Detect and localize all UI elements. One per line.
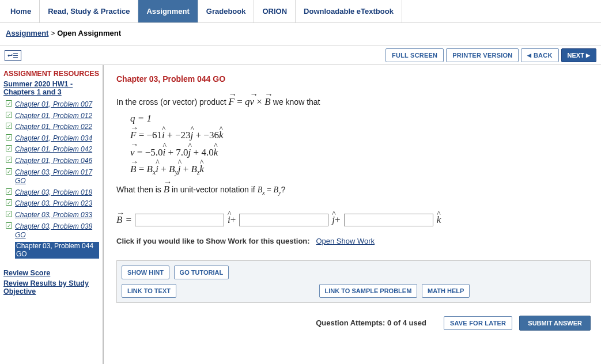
nav-etextbook[interactable]: Downloadable eTextbook xyxy=(296,0,402,22)
check-icon: ✓ xyxy=(6,211,12,217)
nav-assignment[interactable]: Assignment xyxy=(138,0,198,22)
next-button[interactable]: NEXT ▶ xyxy=(561,48,596,62)
problem-title: Chapter 03, Problem 044 GO xyxy=(116,74,591,84)
problem-link[interactable]: Chapter 01, Problem 007 xyxy=(15,100,92,108)
problem-item: ✓Chapter 03, Problem 023 xyxy=(3,198,99,209)
math-help-button[interactable]: MATH HELP xyxy=(422,284,470,298)
problem-item: ✓Chapter 01, Problem 034 xyxy=(3,132,99,144)
breadcrumb-current: Open Assignment xyxy=(57,29,121,37)
problem-link[interactable]: Chapter 01, Problem 022 xyxy=(15,123,92,131)
problem-link[interactable]: Chapter 01, Problem 042 xyxy=(15,145,92,153)
vector-v: v xyxy=(250,94,255,109)
breadcrumb: Assignment > Open Assignment xyxy=(0,23,601,46)
problem-item: ✓Chapter 03, Problem 033 xyxy=(3,209,99,221)
check-icon: ✓ xyxy=(6,100,12,107)
answer-k-input[interactable] xyxy=(344,214,433,226)
intro-post: we know that xyxy=(273,97,320,107)
check-icon: ✓ xyxy=(6,112,12,118)
eq-B: B = Bxi + Byj + Bzk xyxy=(130,161,591,178)
i-hat: i xyxy=(228,214,230,226)
problem-link[interactable]: Chapter 03, Problem 018 xyxy=(15,188,92,196)
breadcrumb-parent[interactable]: Assignment xyxy=(6,29,48,37)
what-then-post: in unit-vector notation if xyxy=(172,185,258,194)
problem-link[interactable]: Chapter 03, Problem 038 GO xyxy=(15,222,92,240)
main-content: Chapter 03, Problem 044 GO In the cross … xyxy=(104,65,601,364)
vector-B: B xyxy=(264,94,270,109)
problem-item: ✓Chapter 01, Problem 046 xyxy=(3,155,99,166)
problem-item: ✓Chapter 01, Problem 022 xyxy=(3,121,99,132)
open-show-work-link[interactable]: Open Show Work xyxy=(316,237,375,245)
sidebar: ASSIGNMENT RESOURCES Summer 2020 HW1 - C… xyxy=(0,65,104,364)
problem-link[interactable]: Chapter 03, Problem 044 GO xyxy=(15,242,99,259)
question-attempts: Question Attempts: 0 of 4 used xyxy=(316,318,426,327)
problem-link[interactable]: Chapter 03, Problem 023 xyxy=(15,199,92,207)
back-button[interactable]: ◀ BACK xyxy=(521,48,558,62)
review-results-link[interactable]: Review Results by Study Objective xyxy=(3,279,99,295)
problem-item: ✓Chapter 03, Problem 017 GO xyxy=(3,166,99,187)
nav-home[interactable]: Home xyxy=(2,0,40,22)
check-icon: ✓ xyxy=(6,199,12,206)
problem-item-current: Chapter 03, Problem 044 GO xyxy=(3,241,99,260)
show-work-row: Click if you would like to Show Work for… xyxy=(116,237,591,245)
problem-list: ✓Chapter 01, Problem 007 ✓Chapter 01, Pr… xyxy=(3,98,99,260)
check-icon: ✓ xyxy=(6,222,12,229)
check-icon: ✓ xyxy=(6,157,12,163)
link-to-text-button[interactable]: LINK TO TEXT xyxy=(122,284,176,298)
eq-F: F = −61i + −23j + −36k xyxy=(130,127,591,143)
sidebar-set-title[interactable]: Summer 2020 HW1 - Chapters 1 and 3 xyxy=(3,80,99,96)
eq-sign: = xyxy=(126,214,131,226)
k-hat: k xyxy=(437,214,441,226)
link-to-sample-button[interactable]: LINK TO SAMPLE PROBLEM xyxy=(319,284,418,298)
top-nav: Home Read, Study & Practice Assignment G… xyxy=(0,0,601,23)
show-work-label: Click if you would like to Show Work for… xyxy=(116,237,310,245)
what-then: What then is xyxy=(116,185,164,194)
show-hint-button[interactable]: SHOW HINT xyxy=(122,266,169,279)
nav-orion[interactable]: ORION xyxy=(254,0,296,22)
answer-row: B = i+ j+ k xyxy=(116,214,591,226)
check-icon: ✓ xyxy=(6,168,12,175)
return-list-icon[interactable]: ↩☰ xyxy=(5,50,21,61)
toolbar: ↩☰ FULL SCREEN PRINTER VERSION ◀ BACK NE… xyxy=(0,46,601,65)
go-tutorial-button[interactable]: GO TUTORIAL xyxy=(174,266,229,279)
help-box: SHOW HINT GO TUTORIAL LINK TO TEXT LINK … xyxy=(116,260,591,303)
problem-link[interactable]: Chapter 01, Problem 034 xyxy=(15,134,92,142)
breadcrumb-sep: > xyxy=(48,29,57,37)
triangle-right-icon: ▶ xyxy=(586,52,590,58)
problem-body: In the cross (or vector) product F = qv … xyxy=(116,94,591,198)
problem-link[interactable]: Chapter 01, Problem 046 xyxy=(15,157,92,165)
eq-q: q = 1 xyxy=(130,111,591,126)
intro-pre: In the cross (or vector) product xyxy=(116,97,229,107)
review-score-link[interactable]: Review Score xyxy=(3,269,99,277)
j-hat: j xyxy=(332,214,335,226)
problem-link[interactable]: Chapter 03, Problem 033 xyxy=(15,211,92,219)
problem-item: ✓Chapter 03, Problem 038 GO xyxy=(3,221,99,241)
check-icon: ✓ xyxy=(6,188,12,195)
submit-answer-button[interactable]: SUBMIT ANSWER xyxy=(519,316,591,331)
problem-item: ✓Chapter 01, Problem 042 xyxy=(3,143,99,155)
sidebar-heading: ASSIGNMENT RESOURCES xyxy=(3,69,99,80)
check-icon: ✓ xyxy=(6,123,12,129)
answer-j-input[interactable] xyxy=(239,214,328,226)
check-icon: ✓ xyxy=(6,134,12,141)
problem-link[interactable]: Chapter 01, Problem 012 xyxy=(15,112,92,120)
check-icon: ✓ xyxy=(6,145,12,151)
problem-link[interactable]: Chapter 03, Problem 017 GO xyxy=(15,168,92,185)
footer-row: Question Attempts: 0 of 4 used SAVE FOR … xyxy=(116,311,591,331)
vector-F: F xyxy=(229,94,235,109)
answer-i-input[interactable] xyxy=(135,214,224,226)
problem-item: ✓Chapter 03, Problem 018 xyxy=(3,187,99,198)
nav-read-study[interactable]: Read, Study & Practice xyxy=(40,0,138,22)
save-for-later-button[interactable]: SAVE FOR LATER xyxy=(444,316,512,330)
triangle-left-icon: ◀ xyxy=(527,52,531,58)
fullscreen-button[interactable]: FULL SCREEN xyxy=(385,48,444,62)
printer-version-button[interactable]: PRINTER VERSION xyxy=(446,48,519,62)
vector-B-answer: B xyxy=(116,214,122,226)
problem-item: ✓Chapter 01, Problem 007 xyxy=(3,98,99,110)
vector-B2: B xyxy=(164,181,169,197)
nav-gradebook[interactable]: Gradebook xyxy=(198,0,255,22)
problem-item: ✓Chapter 01, Problem 012 xyxy=(3,110,99,122)
